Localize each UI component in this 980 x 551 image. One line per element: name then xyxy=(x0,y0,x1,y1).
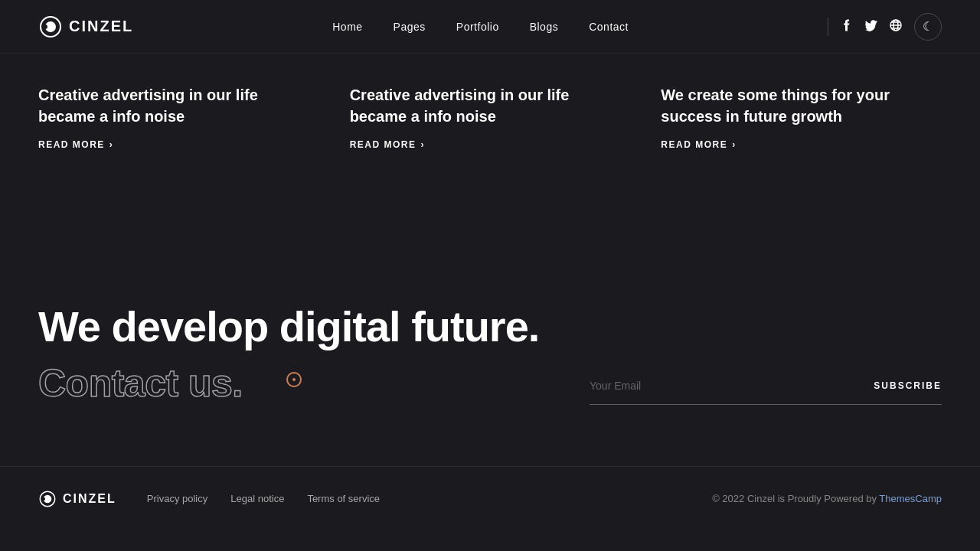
footer-privacy-link[interactable]: Privacy policy xyxy=(147,493,207,504)
twitter-link[interactable] xyxy=(865,19,877,34)
copyright-link[interactable]: ThemesCamp xyxy=(879,493,942,504)
site-header: CINZEL Home Pages Portfolio Blogs Contac… xyxy=(0,0,980,54)
cta-contact-text: Contact us. xyxy=(38,363,539,405)
cta-text-block: We develop digital future. Contact us. xyxy=(38,303,539,405)
logo-text: CINZEL xyxy=(69,18,133,35)
nav-divider xyxy=(828,18,828,36)
blog-card-3-read-more[interactable]: READ MORE › xyxy=(661,139,942,150)
footer-terms-link[interactable]: Terms of service xyxy=(307,493,380,504)
svg-point-2 xyxy=(43,24,47,29)
footer-logo[interactable]: CINZEL xyxy=(38,490,116,508)
read-more-arrow-1: › xyxy=(109,139,114,150)
email-subscribe-form: SUBSCRIBE xyxy=(590,377,942,405)
blog-card-2-title: Creative advertising in our life became … xyxy=(350,84,631,127)
blog-card-1-read-more[interactable]: READ MORE › xyxy=(38,139,319,150)
read-more-arrow-3: › xyxy=(732,139,737,150)
read-more-label-3: READ MORE xyxy=(661,139,727,150)
cta-flex: We develop digital future. Contact us. S… xyxy=(38,303,942,405)
logo-icon xyxy=(38,15,63,39)
copyright-text: © 2022 Cinzel is Proudly Powered by xyxy=(712,493,879,504)
main-content: Creative advertising in our life became … xyxy=(0,0,980,466)
nav-pages[interactable]: Pages xyxy=(394,21,426,33)
footer-logo-text: CINZEL xyxy=(63,492,116,506)
logo[interactable]: CINZEL xyxy=(38,15,133,39)
blog-card-1: Creative advertising in our life became … xyxy=(38,84,319,150)
nav-blogs[interactable]: Blogs xyxy=(530,21,559,33)
footer-copyright: © 2022 Cinzel is Proudly Powered by Them… xyxy=(712,493,942,504)
facebook-link[interactable] xyxy=(841,19,853,34)
nav-contact[interactable]: Contact xyxy=(589,21,629,33)
read-more-label-1: READ MORE xyxy=(38,139,105,150)
moon-icon: ☾ xyxy=(923,19,933,34)
globe-icon xyxy=(890,19,902,31)
footer-logo-icon xyxy=(38,490,57,508)
email-input[interactable] xyxy=(590,377,874,395)
nav-home[interactable]: Home xyxy=(332,21,362,33)
dark-mode-button[interactable]: ☾ xyxy=(914,13,942,41)
cta-section: We develop digital future. Contact us. S… xyxy=(0,257,980,466)
facebook-icon xyxy=(841,19,853,31)
read-more-label-2: READ MORE xyxy=(350,139,416,150)
blog-card-3: We create some things for your success i… xyxy=(661,84,942,150)
nav-portfolio[interactable]: Portfolio xyxy=(456,21,499,33)
blog-card-1-title: Creative advertising in our life became … xyxy=(38,84,319,127)
section-divider xyxy=(0,196,980,257)
footer-left: CINZEL Privacy policy Legal notice Terms… xyxy=(38,490,380,508)
site-footer: CINZEL Privacy policy Legal notice Terms… xyxy=(0,466,980,531)
svg-point-10 xyxy=(42,497,46,500)
footer-legal-link[interactable]: Legal notice xyxy=(230,493,284,504)
cta-subscribe-block: SUBSCRIBE xyxy=(590,346,942,405)
main-nav: Home Pages Portfolio Blogs Contact xyxy=(332,21,629,33)
twitter-icon xyxy=(865,19,877,31)
blog-card-2-read-more[interactable]: READ MORE › xyxy=(350,139,631,150)
globe-link[interactable] xyxy=(890,19,902,34)
blog-cards-section: Creative advertising in our life became … xyxy=(0,54,980,196)
blog-card-3-title: We create some things for your success i… xyxy=(661,84,942,127)
nav-icons: ☾ xyxy=(828,13,942,41)
footer-links: Privacy policy Legal notice Terms of ser… xyxy=(147,493,380,504)
blog-card-2: Creative advertising in our life became … xyxy=(350,84,631,150)
read-more-arrow-2: › xyxy=(421,139,426,150)
subscribe-button[interactable]: SUBSCRIBE xyxy=(874,380,942,391)
cta-headline: We develop digital future. xyxy=(38,303,539,350)
